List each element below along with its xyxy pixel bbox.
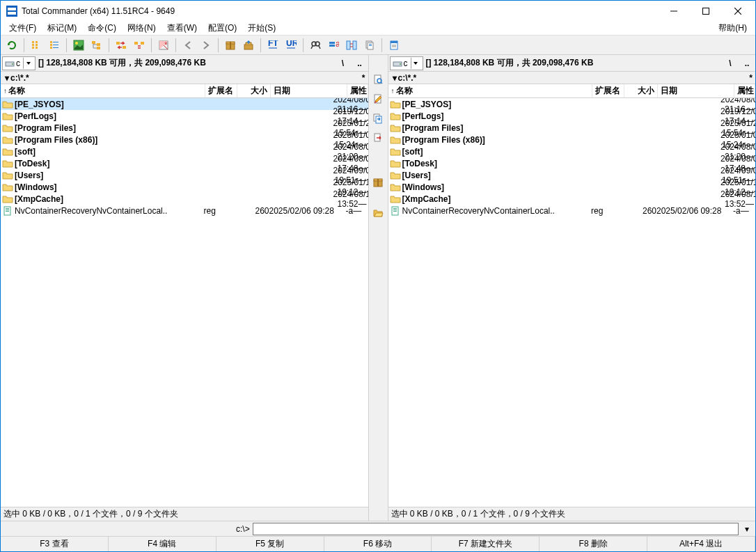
svg-rect-49	[369, 44, 372, 45]
cmd-dropdown-icon[interactable]: ▾	[741, 524, 753, 534]
left-file-list[interactable]: [PE_JSYOS]2024/08/04 21:16—[PerfLogs]201…	[1, 98, 368, 507]
col-attr[interactable]: 属性	[734, 84, 755, 97]
file-row[interactable]: [Program Files (x86)]2025/01/04 15:24r—	[388, 134, 756, 145]
copy-names-icon[interactable]	[361, 37, 378, 54]
search-icon[interactable]	[307, 37, 324, 54]
right-file-list[interactable]: [PE_JSYOS]2024/08/04 21:16—[PerfLogs]201…	[388, 98, 756, 507]
close-button[interactable]	[722, 1, 754, 22]
f7-mkdir-button[interactable]: F7 新建文件夹	[432, 537, 540, 551]
file-row[interactable]: NvContainerRecoveryNvContainerLocal..reg…	[1, 205, 368, 216]
left-up-button[interactable]: ..	[353, 56, 367, 70]
edit-file-icon[interactable]	[370, 91, 386, 107]
file-row[interactable]: [soft]2024/08/04 21:20—	[1, 145, 368, 157]
menu-help[interactable]: 帮助(H)	[713, 21, 753, 36]
file-row[interactable]: NvContainerRecoveryNvContainerLocal..reg…	[388, 205, 756, 216]
file-row[interactable]: [Program Files]2025/01/21 15:54r—	[388, 122, 756, 134]
col-name[interactable]: ↑名称	[388, 84, 593, 97]
file-row[interactable]: [Program Files (x86)]2025/01/04 15:24r—	[1, 134, 368, 145]
file-row[interactable]: [Users]2024/09/04 19:51r—	[1, 169, 368, 181]
f5-copy-button[interactable]: F5 复制	[216, 537, 324, 551]
f3-view-button[interactable]: F3 查看	[1, 537, 109, 551]
view-brief-icon[interactable]	[28, 37, 45, 54]
f6-move-button[interactable]: F6 移动	[324, 537, 432, 551]
file-row[interactable]: [XmpCache]2024/08/11 13:52—	[1, 193, 368, 205]
file-row[interactable]: [ToDesk]2024/08/07 17:48—	[1, 157, 368, 169]
col-attr[interactable]: 属性	[347, 84, 368, 97]
file-row[interactable]: [PerfLogs]2019/12/07 17:14—	[388, 110, 756, 122]
ftp-connect-icon[interactable]: FTP	[265, 37, 281, 54]
f4-edit-button[interactable]: F4 编辑	[109, 537, 216, 551]
folder-icon	[390, 170, 401, 181]
left-drive-selector[interactable]: c	[2, 56, 36, 70]
file-row[interactable]: [Program Files]2025/01/21 15:54r—	[1, 122, 368, 134]
svg-rect-58	[6, 208, 9, 209]
svg-rect-60	[6, 211, 9, 212]
copy-file-icon[interactable]	[370, 111, 386, 126]
svg-line-40	[311, 46, 313, 49]
col-date[interactable]: 日期	[271, 84, 347, 97]
target-equals-source-icon[interactable]	[131, 37, 148, 54]
folder-icon	[2, 146, 13, 157]
forward-icon[interactable]	[198, 37, 214, 54]
col-date[interactable]: 日期	[658, 84, 734, 97]
file-row[interactable]: [PerfLogs]2019/12/07 17:14—	[1, 110, 368, 122]
file-row[interactable]: [ToDesk]2024/08/07 17:48—	[388, 157, 756, 169]
svg-rect-75	[393, 210, 397, 210]
file-row[interactable]: [Users]2024/09/04 19:51r—	[388, 169, 756, 181]
multi-rename-icon[interactable]: ab	[325, 37, 342, 54]
altf4-exit-button[interactable]: Alt+F4 退出	[647, 537, 755, 551]
file-row[interactable]: [soft]2024/08/04 21:20—	[388, 145, 756, 157]
favorites-icon[interactable]: *	[362, 73, 365, 83]
file-row[interactable]: [Windows]2025/01/16 19:12—	[1, 181, 368, 193]
file-row[interactable]: [XmpCache]2024/08/11 13:52—	[388, 193, 756, 205]
minimize-button[interactable]	[658, 1, 690, 22]
new-folder-icon[interactable]	[370, 175, 386, 190]
view-thumbs-icon[interactable]	[70, 37, 87, 54]
pack-icon[interactable]	[222, 37, 239, 54]
menu-show[interactable]: 查看(W)	[162, 21, 203, 36]
menu-mark[interactable]: 标记(M)	[42, 21, 82, 36]
move-file-icon[interactable]	[370, 130, 386, 145]
refresh-icon[interactable]	[3, 37, 20, 54]
file-row[interactable]: [Windows]2025/01/16 19:12—	[388, 181, 756, 193]
col-ext[interactable]: 扩展名	[205, 84, 237, 97]
history-dropdown-icon[interactable]: ▾	[3, 73, 10, 83]
open-folder-icon[interactable]	[370, 205, 386, 221]
history-dropdown-icon[interactable]: ▾	[391, 73, 398, 83]
right-root-button[interactable]: \	[723, 56, 737, 70]
invert-selection-icon[interactable]: *	[155, 37, 172, 54]
menu-commands[interactable]: 命令(C)	[82, 21, 122, 36]
svg-rect-21	[92, 41, 95, 44]
file-date: 2025/02/06 09:28	[656, 206, 733, 216]
file-row[interactable]: [PE_JSYOS]2024/08/04 21:16—	[388, 98, 756, 110]
menu-file[interactable]: 文件(F)	[3, 21, 42, 36]
file-row[interactable]: [PE_JSYOS]2024/08/04 21:16—	[1, 98, 368, 110]
back-icon[interactable]	[180, 37, 196, 54]
swap-panels-icon[interactable]	[113, 37, 129, 54]
col-size[interactable]: 大小	[624, 84, 658, 97]
maximize-button[interactable]	[690, 1, 722, 22]
left-path-bar[interactable]: ▾ c:\*.* *	[1, 72, 368, 84]
f8-delete-button[interactable]: F8 删除	[540, 537, 647, 551]
menu-config[interactable]: 配置(O)	[203, 21, 242, 36]
favorites-icon[interactable]: *	[749, 73, 753, 83]
menu-start[interactable]: 开始(S)	[242, 21, 281, 36]
right-up-button[interactable]: ..	[740, 56, 754, 70]
right-drive-selector[interactable]: c	[390, 56, 423, 70]
col-name[interactable]: ↑名称	[1, 84, 205, 97]
view-tree-icon[interactable]	[88, 37, 105, 54]
file-name: [Program Files]	[15, 123, 301, 133]
view-file-icon[interactable]	[370, 72, 386, 87]
unpack-icon[interactable]	[240, 37, 257, 54]
menu-net[interactable]: 网络(N)	[122, 21, 162, 36]
left-root-button[interactable]: \	[336, 56, 350, 70]
command-input[interactable]	[253, 523, 739, 535]
right-path-bar[interactable]: ▾ c:\*.* *	[388, 72, 756, 84]
view-full-icon[interactable]	[46, 37, 63, 54]
col-ext[interactable]: 扩展名	[592, 84, 624, 97]
notepad-icon[interactable]	[386, 37, 402, 54]
col-size[interactable]: 大小	[237, 84, 271, 97]
file-attr: -a—	[346, 206, 367, 216]
url-connect-icon[interactable]: URL	[283, 37, 299, 54]
sync-dirs-icon[interactable]	[343, 37, 360, 54]
